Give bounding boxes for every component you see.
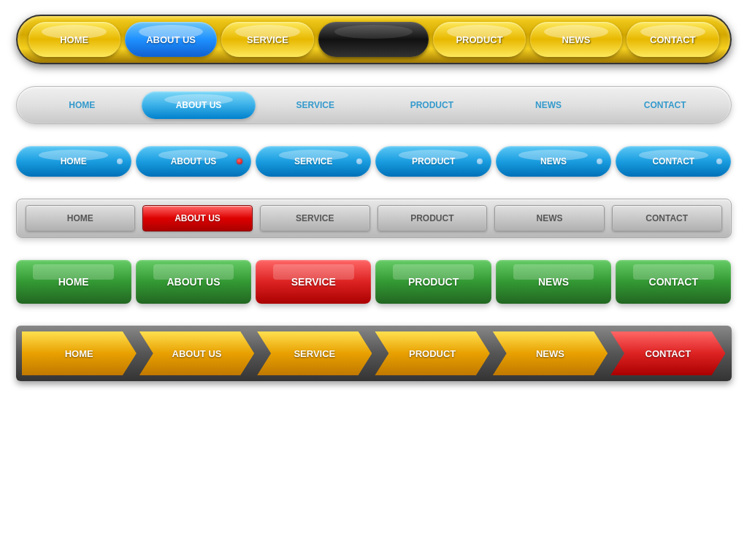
nav4-contact[interactable]: CONTACT (612, 205, 722, 231)
nav3-news[interactable]: NEWS (496, 146, 611, 177)
nav6-about[interactable]: ABOUT US (139, 331, 254, 375)
nav1-home[interactable]: HOME (28, 22, 120, 57)
nav3-home-dot (117, 158, 123, 164)
nav3-service[interactable]: SERVICE (256, 146, 371, 177)
nav2-home[interactable]: HOME (26, 91, 139, 119)
nav4-about[interactable]: ABOUT US (142, 205, 253, 231)
nav2-contact[interactable]: CONTACT (608, 91, 722, 119)
nav1-news[interactable]: NEWS (530, 22, 622, 57)
navbar-6: HOME ABOUT US SERVICE PRODUCT NEWS CONTA… (16, 326, 732, 381)
nav3-about[interactable]: ABOUT US (136, 146, 251, 177)
nav4-home[interactable]: HOME (26, 205, 136, 231)
nav2-about[interactable]: ABOUT US (142, 91, 256, 119)
nav3-contact-dot (716, 158, 722, 164)
nav3-news-dot (597, 158, 602, 164)
nav3-home[interactable]: HOME (16, 146, 131, 177)
nav5-home[interactable]: HOME (16, 260, 131, 304)
nav6-news[interactable]: NEWS (493, 331, 608, 375)
nav5-contact[interactable]: CONTACT (616, 260, 731, 304)
nav5-service[interactable]: SERVICE (256, 260, 371, 304)
nav3-about-dot (237, 158, 242, 164)
nav6-contact[interactable]: CONTACT (610, 331, 725, 375)
navbar-4: HOME ABOUT US SERVICE PRODUCT NEWS CONTA… (16, 199, 732, 238)
nav4-product[interactable]: PRODUCT (378, 205, 488, 231)
nav2-service[interactable]: SERVICE (258, 91, 372, 119)
nav2-product[interactable]: PRODUCT (375, 91, 489, 119)
nav6-service[interactable]: SERVICE (257, 331, 372, 375)
nav5-news[interactable]: NEWS (496, 260, 611, 304)
nav3-product[interactable]: PRODUCT (375, 146, 491, 177)
nav1-about[interactable]: ABOUT US (125, 22, 217, 57)
nav5-product[interactable]: PRODUCT (375, 260, 491, 304)
nav4-news[interactable]: NEWS (494, 205, 605, 231)
nav6-home[interactable]: HOME (22, 331, 137, 375)
nav3-product-dot (477, 158, 483, 164)
nav1-service[interactable]: SERVICE (221, 22, 313, 57)
navbar-5: HOME ABOUT US SERVICE PRODUCT NEWS CONTA… (16, 260, 732, 304)
navbar-2: HOME ABOUT US SERVICE PRODUCT NEWS CONTA… (16, 86, 732, 124)
nav1-contact[interactable]: CONTACT (627, 22, 719, 57)
nav2-news[interactable]: NEWS (491, 91, 605, 119)
nav3-service-dot (356, 158, 362, 164)
nav3-contact[interactable]: CONTACT (616, 146, 731, 177)
nav1-product[interactable]: PRODUCT (433, 22, 525, 57)
navbar-3: HOME ABOUT US SERVICE PRODUCT NEWS CONTA… (16, 146, 732, 177)
nav1-search[interactable] (318, 22, 429, 57)
nav5-about[interactable]: ABOUT US (136, 260, 251, 304)
navbar-1: HOME ABOUT US SERVICE PRODUCT NEWS CONTA… (16, 15, 732, 64)
nav6-product[interactable]: PRODUCT (375, 331, 489, 375)
nav4-service[interactable]: SERVICE (260, 205, 370, 231)
